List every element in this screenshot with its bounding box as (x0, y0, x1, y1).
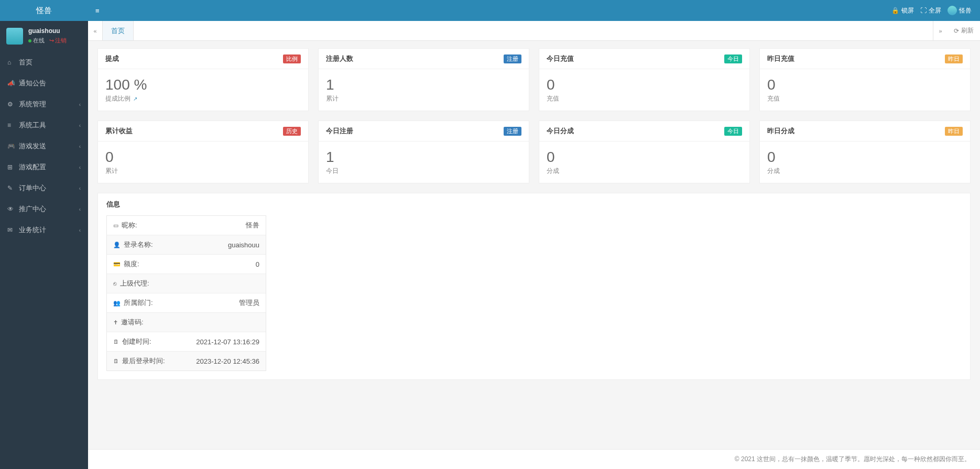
nav-icon: ⊞ (7, 163, 15, 171)
topbar-right: 🔒 锁屏 ⛶ 全屏 怪兽 (891, 6, 980, 15)
nav-list: ⌂首页📣通知公告⚙系统管理‹≡系统工具‹🎮游戏发送‹⊞游戏配置‹✎订单中心‹👁推… (0, 52, 88, 241)
chevron-left-icon: ‹ (79, 165, 81, 170)
card-head: 注册人数注册 (319, 49, 529, 69)
card-body: 0充值 (539, 69, 749, 111)
sidebar-item-0[interactable]: ⌂首页 (0, 52, 88, 73)
app-logo[interactable]: 怪兽 (0, 1, 88, 21)
card-title: 昨日分成 (767, 126, 794, 136)
card-value: 0 (767, 77, 963, 93)
nav-icon: 👁 (7, 205, 15, 213)
chevron-left-icon: ‹ (79, 227, 81, 233)
nav-label: 推广中心 (19, 204, 46, 214)
info-value: 管理员 (239, 298, 259, 308)
info-value: 0 (256, 260, 259, 268)
stats-row-2: 累计收益历史0累计今日注册注册1今日今日分成今日0分成昨日分成昨日0分成 (97, 121, 971, 183)
card-body: 0分成 (760, 141, 970, 183)
topbar-user-label: 怪兽 (959, 6, 972, 15)
sidebar-item-2[interactable]: ⚙系统管理‹ (0, 94, 88, 115)
info-value: 2021-12-07 13:16:29 (196, 338, 259, 346)
card-sub: 分成 (547, 167, 742, 176)
info-panel: 信息 ▭昵称:怪兽👤登录名称:guaishouu💳额度:0⎋上级代理:👥所属部门… (97, 193, 971, 380)
sidebar-status: 在线 注销 (28, 37, 67, 45)
sidebar-item-1[interactable]: 📣通知公告 (0, 73, 88, 94)
card-sub: 累计 (326, 94, 521, 103)
info-row: 👥所属部门:管理员 (107, 293, 266, 312)
card-sub: 累计 (105, 167, 301, 176)
info-label: ✝邀请码: (113, 318, 144, 327)
card-head: 提成比例 (98, 49, 308, 69)
stat-card: 提成比例100 %提成比例 ↗ (97, 48, 309, 111)
info-row-icon: 👤 (113, 242, 121, 248)
info-label: 🗓最后登录时间: (113, 356, 165, 366)
status-badge: 昨日 (945, 127, 963, 136)
tabs-bar: « 首页 » ⟳ 刷新 (88, 21, 980, 41)
chevron-left-icon: ‹ (79, 186, 81, 191)
hamburger-icon: ≡ (95, 7, 100, 15)
card-sub: 分成 (767, 167, 963, 176)
online-dot-icon (28, 39, 31, 42)
info-row: 🗓最后登录时间:2023-12-20 12:45:36 (107, 351, 266, 370)
chevron-left-icon: « (93, 28, 96, 34)
chevron-left-icon: ‹ (79, 102, 81, 107)
info-row-icon: ✝ (113, 319, 118, 325)
card-head: 昨日分成昨日 (760, 121, 970, 141)
info-row-icon: 🗓 (113, 339, 119, 345)
card-title: 累计收益 (105, 126, 133, 136)
info-row: 🗓创建时间:2021-12-07 13:16:29 (107, 332, 266, 351)
lock-button[interactable]: 🔒 锁屏 (891, 6, 914, 15)
sidebar-item-4[interactable]: 🎮游戏发送‹ (0, 136, 88, 157)
sidebar: guaishouu 在线 注销 ⌂首页📣通知公告⚙系统管理‹≡系统工具‹🎮游戏发… (0, 0, 88, 469)
tabs-next-button[interactable]: » (933, 21, 948, 40)
info-row-icon: 🗓 (113, 358, 119, 364)
nav-icon: ⌂ (7, 59, 15, 66)
sidebar-item-6[interactable]: ✎订单中心‹ (0, 178, 88, 199)
info-label: 👤登录名称: (113, 240, 153, 249)
card-body: 100 %提成比例 ↗ (98, 69, 308, 111)
topbar: 怪兽 ≡ 🔒 锁屏 ⛶ 全屏 怪兽 (0, 0, 980, 21)
status-badge: 今日 (724, 54, 742, 63)
stat-card: 今日分成今日0分成 (539, 121, 750, 183)
footer: © 2021 这世间，总有一抹颜色，温暖了季节。愿时光深处，每一种欣然都因你而至… (88, 449, 980, 469)
nav-label: 订单中心 (19, 183, 46, 193)
sidebar-item-5[interactable]: ⊞游戏配置‹ (0, 157, 88, 178)
info-value: guaishouu (228, 241, 259, 249)
card-head: 今日充值今日 (539, 49, 749, 69)
info-row: ✝邀请码: (107, 312, 266, 332)
status-badge: 比例 (283, 54, 301, 63)
stats-row-1: 提成比例100 %提成比例 ↗注册人数注册1累计今日充值今日0充值昨日充值昨日0… (97, 48, 971, 111)
card-sub: 充值 (547, 94, 742, 103)
stat-card: 今日注册注册1今日 (318, 121, 529, 183)
sidebar-item-7[interactable]: 👁推广中心‹ (0, 199, 88, 220)
refresh-button[interactable]: ⟳ 刷新 (948, 21, 980, 40)
card-title: 昨日充值 (767, 54, 794, 63)
sidebar-item-3[interactable]: ≡系统工具‹ (0, 115, 88, 136)
card-body: 0充值 (760, 69, 970, 111)
nav-label: 业务统计 (19, 225, 46, 235)
refresh-icon: ⟳ (954, 27, 959, 35)
status-badge: 今日 (724, 127, 742, 136)
menu-toggle-button[interactable]: ≡ (88, 7, 107, 15)
card-body: 0累计 (98, 141, 308, 183)
info-value: 2023-12-20 12:45:36 (196, 357, 259, 365)
tab-home[interactable]: 首页 (103, 21, 134, 40)
info-row-icon: ▭ (113, 222, 118, 228)
tabs-prev-button[interactable]: « (88, 21, 103, 40)
logout-button[interactable]: 注销 (49, 37, 67, 43)
topbar-user[interactable]: 怪兽 (948, 6, 972, 15)
content: 提成比例100 %提成比例 ↗注册人数注册1累计今日充值今日0充值昨日充值昨日0… (88, 41, 980, 449)
card-head: 今日注册注册 (319, 121, 529, 141)
stat-card: 昨日分成昨日0分成 (759, 121, 971, 183)
nav-label: 游戏配置 (19, 162, 46, 172)
info-label: 👥所属部门: (113, 298, 153, 308)
nav-label: 系统管理 (19, 100, 46, 109)
sidebar-item-8[interactable]: ✉业务统计‹ (0, 220, 88, 241)
info-label: ⎋上级代理: (113, 279, 149, 288)
info-row: 💳额度:0 (107, 254, 266, 274)
card-value: 0 (767, 149, 963, 166)
fullscreen-button[interactable]: ⛶ 全屏 (920, 6, 941, 15)
chevron-left-icon: ‹ (79, 206, 81, 212)
info-panel-title: 信息 (98, 193, 970, 215)
card-link[interactable]: ↗ (133, 96, 137, 102)
info-value: 怪兽 (246, 221, 259, 230)
card-value: 0 (105, 149, 301, 166)
